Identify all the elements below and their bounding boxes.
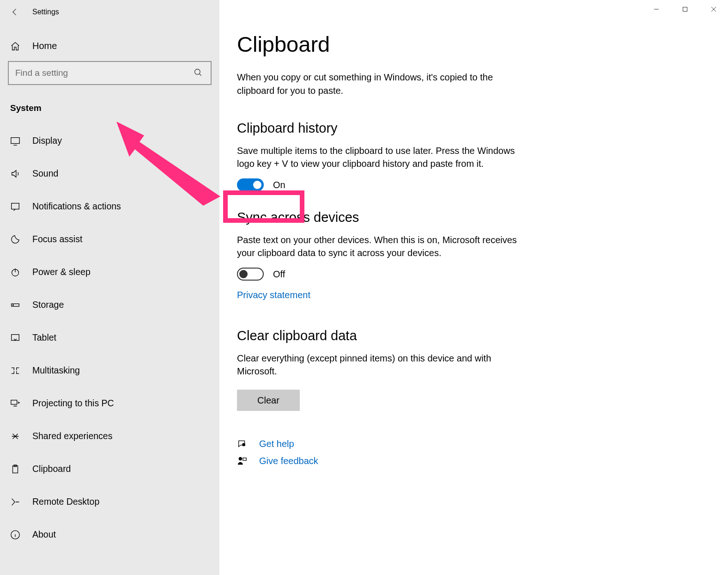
get-help-link[interactable]: Get help — [259, 439, 294, 449]
sidebar: Settings Home System Display Sound — [0, 0, 219, 575]
sidebar-item-remote-desktop[interactable]: Remote Desktop — [0, 485, 219, 518]
sidebar-item-label: Remote Desktop — [32, 496, 99, 507]
svg-rect-2 — [12, 203, 19, 209]
multitasking-icon — [10, 366, 21, 376]
power-icon — [10, 267, 21, 277]
clear-section-title: Clear clipboard data — [237, 328, 728, 343]
sidebar-item-label: Storage — [32, 300, 64, 310]
sync-toggle-label: Off — [273, 269, 285, 280]
maximize-button[interactable] — [671, 0, 699, 18]
sidebar-item-storage[interactable]: Storage — [0, 288, 219, 321]
back-icon[interactable] — [10, 7, 19, 17]
remote-icon — [10, 497, 21, 507]
sidebar-item-multitasking[interactable]: Multitasking — [0, 354, 219, 387]
history-toggle-label: On — [273, 180, 285, 190]
feedback-row[interactable]: Give feedback — [237, 456, 728, 466]
sync-toggle-row: Off — [237, 268, 728, 281]
sync-section-desc: Paste text on your other devices. When t… — [237, 233, 533, 259]
home-icon — [10, 41, 21, 51]
window-controls — [642, 0, 728, 18]
sidebar-item-power-sleep[interactable]: Power & sleep — [0, 256, 219, 288]
tablet-icon — [10, 333, 21, 343]
sync-toggle[interactable] — [237, 268, 264, 281]
feedback-icon — [237, 456, 248, 466]
main-content: Clipboard When you copy or cut something… — [219, 0, 728, 575]
close-button[interactable] — [699, 0, 728, 18]
page-intro: When you copy or cut something in Window… — [237, 71, 523, 98]
sidebar-item-label: Multitasking — [32, 365, 80, 376]
sidebar-item-clipboard[interactable]: Clipboard — [0, 453, 219, 485]
clear-section-desc: Clear everything (except pinned items) o… — [237, 352, 533, 378]
help-icon — [237, 439, 248, 449]
sidebar-item-label: Sound — [32, 168, 58, 179]
nav-group-header: System — [10, 103, 219, 113]
sidebar-item-shared-experiences[interactable]: Shared experiences — [0, 420, 219, 453]
sidebar-item-about[interactable]: About — [0, 518, 219, 551]
storage-icon — [10, 300, 21, 310]
display-icon — [10, 136, 21, 146]
svg-rect-7 — [11, 400, 17, 404]
sidebar-item-label: Tablet — [32, 332, 56, 343]
sound-icon — [10, 169, 21, 179]
notifications-icon — [10, 202, 21, 212]
sidebar-item-tablet[interactable]: Tablet — [0, 321, 219, 354]
sync-section-title: Sync across devices — [237, 210, 728, 225]
svg-point-12 — [243, 443, 245, 446]
svg-point-13 — [239, 457, 242, 460]
clipboard-icon — [10, 464, 21, 474]
sidebar-item-label: Power & sleep — [32, 267, 91, 277]
sidebar-item-label: Clipboard — [32, 464, 71, 474]
sidebar-item-label: Notifications & actions — [32, 201, 121, 212]
clipboard-history-toggle[interactable] — [237, 178, 264, 191]
sidebar-item-focus-assist[interactable]: Focus assist — [0, 223, 219, 256]
search-input[interactable] — [8, 61, 211, 85]
sidebar-item-sound[interactable]: Sound — [0, 157, 219, 190]
get-help-row[interactable]: Get help — [237, 439, 728, 449]
sidebar-item-notifications[interactable]: Notifications & actions — [0, 190, 219, 223]
privacy-statement-link[interactable]: Privacy statement — [237, 290, 310, 300]
svg-rect-11 — [683, 7, 687, 12]
sidebar-item-label: Shared experiences — [32, 431, 112, 441]
sidebar-item-label: Display — [32, 135, 62, 146]
sidebar-item-projecting[interactable]: Projecting to this PC — [0, 387, 219, 420]
sidebar-item-label: Focus assist — [32, 234, 82, 245]
home-nav[interactable]: Home — [0, 33, 219, 59]
history-toggle-row: On — [237, 178, 728, 191]
svg-point-0 — [195, 69, 200, 75]
sidebar-item-label: Projecting to this PC — [32, 398, 114, 409]
moon-icon — [10, 234, 21, 245]
history-section-title: Clipboard history — [237, 121, 728, 136]
history-section-desc: Save multiple items to the clipboard to … — [237, 144, 533, 170]
clear-button[interactable]: Clear — [237, 390, 300, 411]
sidebar-item-label: About — [32, 529, 56, 540]
page-title: Clipboard — [237, 31, 728, 57]
minimize-button[interactable] — [642, 0, 671, 18]
svg-rect-1 — [11, 137, 19, 143]
about-icon — [10, 530, 21, 540]
search-icon — [194, 68, 203, 77]
give-feedback-link[interactable]: Give feedback — [259, 456, 318, 466]
search-wrapper — [8, 61, 211, 85]
projecting-icon — [10, 398, 21, 409]
sidebar-item-display[interactable]: Display — [0, 124, 219, 157]
svg-point-5 — [13, 305, 14, 306]
titlebar: Settings — [0, 0, 219, 24]
window-title: Settings — [32, 8, 59, 16]
svg-rect-14 — [243, 458, 246, 460]
svg-rect-6 — [12, 334, 19, 340]
nav-list: Display Sound Notifications & actions Fo… — [0, 124, 219, 551]
home-label: Home — [32, 41, 57, 51]
shared-icon — [10, 431, 21, 441]
